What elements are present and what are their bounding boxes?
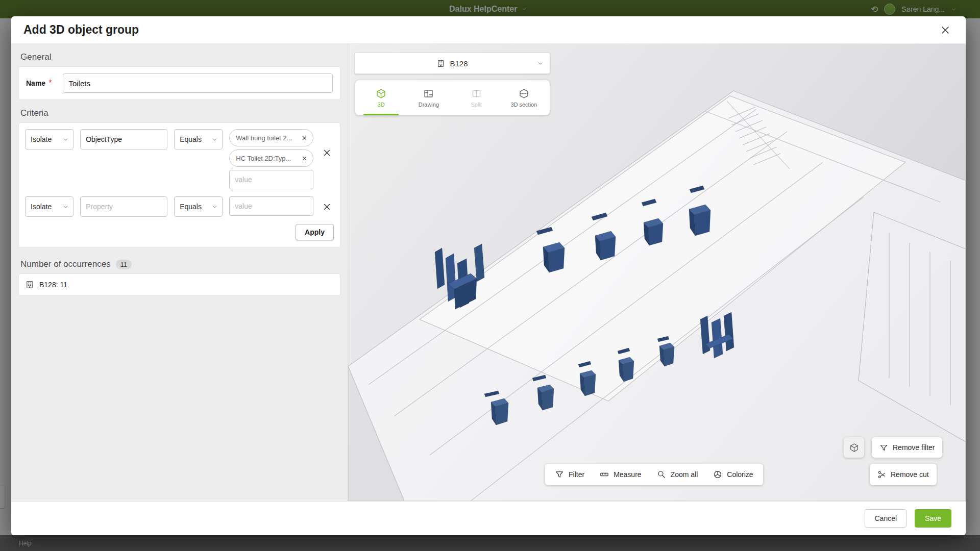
filter-icon xyxy=(879,443,888,452)
value-chip-label: HC Toilet 2D:Typ... xyxy=(236,155,291,162)
dialog-title: Add 3D object group xyxy=(23,23,139,37)
name-label: Name xyxy=(26,79,45,87)
name-field-card: Name * xyxy=(18,66,340,100)
button-label: Remove filter xyxy=(893,443,935,452)
remove-criteria-row-icon[interactable] xyxy=(320,199,334,214)
split-icon xyxy=(471,88,482,99)
scope-select[interactable]: Isolate xyxy=(25,196,74,217)
scope-select-value: Isolate xyxy=(31,203,52,211)
value-column: Wall hung toilet 2... HC Toilet 2D:Typ..… xyxy=(229,129,313,189)
cube-icon xyxy=(376,88,386,99)
save-button[interactable]: Save xyxy=(915,509,951,528)
model-selector-dropdown[interactable]: B128 xyxy=(354,53,550,74)
operator-select-value: Equals xyxy=(180,135,202,143)
viewer-toolbar: Filter Measure Zoom all xyxy=(545,464,763,485)
operator-select[interactable]: Equals xyxy=(174,129,223,149)
remove-cut-button[interactable]: Remove cut xyxy=(870,464,937,485)
remove-filter-button[interactable]: Remove filter xyxy=(872,437,942,458)
chevron-down-icon xyxy=(62,136,69,143)
cube-section-icon xyxy=(519,88,529,99)
dialog-footer: Cancel Save xyxy=(11,501,966,535)
operator-select-value: Equals xyxy=(180,203,202,211)
property-input[interactable] xyxy=(80,129,167,149)
chip-remove-icon[interactable] xyxy=(300,154,309,163)
value-input[interactable] xyxy=(229,170,313,189)
property-input[interactable] xyxy=(80,196,167,217)
toolbar-label: Colorize xyxy=(727,470,753,479)
occurrence-list-item[interactable]: B128: 11 xyxy=(18,273,340,296)
filter-button[interactable]: Filter xyxy=(547,464,592,485)
chevron-down-icon xyxy=(211,204,218,210)
measure-button[interactable]: Measure xyxy=(592,464,649,485)
tab-label: Split xyxy=(471,102,481,108)
criteria-heading: Criteria xyxy=(20,108,338,118)
value-column xyxy=(229,196,313,216)
zoom-all-button[interactable]: Zoom all xyxy=(649,464,706,485)
chevron-down-icon xyxy=(62,204,69,210)
name-input[interactable] xyxy=(63,73,333,93)
scope-select[interactable]: Isolate xyxy=(25,129,74,149)
scope-select-value: Isolate xyxy=(31,135,52,143)
criteria-row: Isolate Equals Wall hung xyxy=(25,129,334,189)
criteria-row: Isolate Equals xyxy=(25,196,334,217)
apply-button[interactable]: Apply xyxy=(296,224,334,240)
magnifier-icon xyxy=(657,470,666,479)
dialog-header: Add 3D object group xyxy=(11,16,966,44)
value-input[interactable] xyxy=(229,196,313,216)
scissors-icon xyxy=(877,470,886,479)
toolbar-label: Filter xyxy=(569,470,584,479)
chip-remove-icon[interactable] xyxy=(300,133,309,142)
object-group-form-panel: General Name * Criteria Isolate xyxy=(11,44,348,501)
value-chip-label: Wall hung toilet 2... xyxy=(236,134,292,142)
tab-3d[interactable]: 3D xyxy=(357,80,405,115)
occurrences-count-badge: 11 xyxy=(116,260,132,269)
tab-label: 3D section xyxy=(510,102,537,108)
occurrence-label: B128: 11 xyxy=(39,281,67,289)
add-3d-object-group-dialog: Add 3D object group General Name * Crite… xyxy=(11,16,966,535)
general-heading: General xyxy=(20,52,338,62)
filter-icon xyxy=(555,470,564,479)
occurrences-heading: Number of occurrences xyxy=(20,259,111,269)
toolbar-label: Zoom all xyxy=(671,470,698,479)
close-icon[interactable] xyxy=(937,22,953,38)
value-chip: HC Toilet 2D:Typ... xyxy=(229,149,313,167)
criteria-card: Isolate Equals Wall hung xyxy=(18,122,340,248)
tab-split: Split xyxy=(453,80,500,115)
remove-criteria-row-icon[interactable] xyxy=(320,145,334,160)
toolbar-label: Measure xyxy=(614,470,641,479)
colorize-button[interactable]: Colorize xyxy=(705,464,761,485)
chevron-down-icon xyxy=(211,136,218,143)
required-marker: * xyxy=(48,79,52,88)
tab-label: Drawing xyxy=(419,102,439,108)
value-chip: Wall hung toilet 2... xyxy=(229,129,313,146)
button-label: Remove cut xyxy=(891,470,929,479)
building-icon xyxy=(25,280,34,289)
drawing-icon xyxy=(423,88,434,99)
section-cube-button[interactable] xyxy=(844,437,864,458)
color-wheel-icon xyxy=(713,470,722,479)
tab-3d-section[interactable]: 3D section xyxy=(500,80,548,115)
building-icon xyxy=(436,59,445,68)
ruler-icon xyxy=(600,470,609,479)
view-mode-tabs: 3D Drawing Split xyxy=(355,80,550,115)
cancel-button[interactable]: Cancel xyxy=(865,509,906,528)
chevron-down-icon xyxy=(537,60,544,67)
tab-label: 3D xyxy=(378,102,385,108)
operator-select[interactable]: Equals xyxy=(174,196,223,217)
3d-viewport[interactable]: B128 3D Drawing xyxy=(348,44,966,501)
model-selector-value: B128 xyxy=(450,59,468,68)
tab-drawing[interactable]: Drawing xyxy=(405,80,452,115)
cube-icon xyxy=(849,443,859,453)
